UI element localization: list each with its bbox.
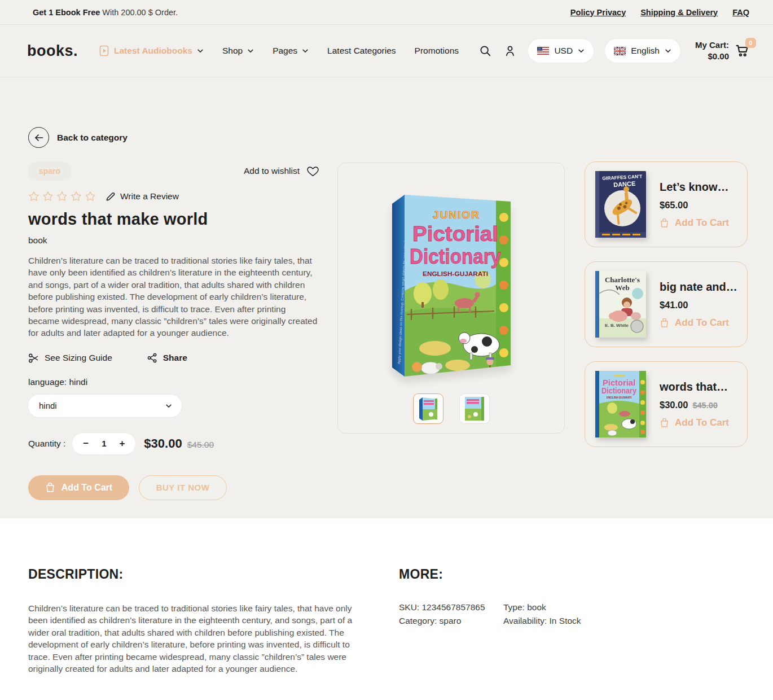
nav-label: Latest Audiobooks (114, 46, 192, 56)
thumbnail-1[interactable] (413, 393, 443, 424)
nav-latest-audiobooks[interactable]: Latest Audiobooks (99, 45, 204, 56)
arrow-left-icon (28, 127, 49, 148)
product-title: words that make world (28, 210, 319, 229)
related-price: $65.00 (660, 200, 688, 211)
heart-icon (307, 166, 319, 177)
logo[interactable]: books. (27, 42, 78, 60)
link-policy-privacy[interactable]: Policy Privacy (570, 8, 626, 17)
sizing-guide-button[interactable]: See Sizing Guide (28, 353, 112, 364)
account-icon[interactable] (503, 44, 517, 58)
topbar: Get 1 Ebook Free With 200.00 $ Order. Po… (0, 0, 773, 25)
star-icon (71, 191, 82, 202)
nav-shop[interactable]: Shop (222, 46, 254, 56)
related-add-to-cart-button[interactable]: Add To Cart (660, 217, 729, 229)
availability-value: Availability: In Stock (503, 616, 581, 626)
review-label: Write a Review (120, 191, 179, 202)
cover-title-2: Dictionary (410, 245, 501, 268)
related-title: words that… (660, 380, 729, 393)
header-actions: USD English My Cart: $0.00 (478, 39, 752, 63)
bag-icon (660, 418, 669, 428)
related-add-to-cart-button[interactable]: Add To Cart (660, 317, 737, 329)
language-select[interactable]: English (605, 39, 680, 63)
related-card-3[interactable]: JUNIOR Pictorial Dictionary ENGLISH-GUJA… (585, 361, 748, 447)
chevron-down-icon (302, 49, 309, 53)
cover-subtitle: ENGLISH-GUJARATI (423, 270, 488, 277)
us-flag-icon (537, 47, 549, 55)
thumbnail-2[interactable] (459, 393, 490, 424)
link-shipping-delivery[interactable]: Shipping & Delivery (640, 8, 718, 17)
share-button[interactable]: Share (147, 353, 187, 363)
cover-text: Dictionary (601, 386, 636, 395)
pencil-icon (106, 192, 115, 202)
related-price: $30.00 (660, 400, 688, 410)
cart-amount: $0.00 (695, 51, 729, 62)
add-to-cart-label: Add To Cart (62, 483, 112, 493)
details-section: DESCRIPTION: Children’s literature can b… (0, 518, 773, 675)
cart-badge: 0 (745, 38, 756, 48)
product-main-image[interactable]: Apply your design ideas on this mockup. … (379, 178, 524, 384)
currency-select[interactable]: USD (528, 39, 594, 63)
quantity-plus-button[interactable]: + (119, 439, 125, 448)
sku-value: SKU: 1234567857865 (399, 602, 491, 613)
thumbnail-2-image (464, 396, 485, 421)
cover-text: E. B. White (605, 323, 629, 328)
cart-button[interactable]: My Cart: $0.00 0 (695, 40, 752, 63)
star-icon (28, 191, 39, 202)
related-card-2[interactable]: Charlotte's Web E. B. White big nate and… (585, 261, 748, 347)
product-type: book (28, 235, 319, 246)
link-faq[interactable]: FAQ (732, 8, 749, 17)
product-description: Children’s literature can be traced to t… (28, 255, 319, 339)
language-dropdown-value: hindi (39, 401, 57, 410)
audiobook-icon (99, 45, 109, 56)
gallery-thumbnails (413, 393, 490, 424)
chevron-down-icon (665, 49, 671, 53)
language-dropdown[interactable]: hindi (28, 395, 182, 417)
promo-bold: Get 1 Ebook Free (33, 8, 100, 17)
current-price: $30.00 (144, 436, 182, 451)
language-label: language: hindi (28, 377, 319, 387)
related-title: Let’s know… (660, 181, 729, 194)
thumbnail-1-image (418, 396, 439, 422)
cover-junior: JUNIOR (433, 209, 480, 221)
nav-label: Pages (273, 46, 297, 56)
related-cover-charlotte: Charlotte's Web E. B. White (595, 271, 646, 338)
chevron-down-icon (197, 49, 204, 53)
type-value: Type: book (503, 602, 581, 613)
description-heading: DESCRIPTION: (28, 567, 374, 582)
back-to-category-button[interactable]: Back to category (28, 127, 748, 148)
quantity-stepper: − 1 + (72, 433, 135, 454)
scissors-icon (28, 353, 39, 364)
chevron-down-icon (247, 49, 254, 53)
related-price: $41.00 (660, 300, 688, 310)
nav-pages[interactable]: Pages (273, 46, 309, 56)
cover-text: Charlotte's (605, 275, 640, 284)
uk-flag-icon (614, 47, 626, 55)
star-icon (42, 191, 54, 202)
bag-icon (45, 482, 55, 493)
search-icon[interactable] (478, 44, 492, 58)
more-info: SKU: 1234567857865 Type: book Category: … (399, 602, 581, 626)
chevron-down-icon (165, 404, 172, 408)
buy-it-now-button[interactable]: BUY IT NOW (139, 475, 227, 500)
nav-latest-categories[interactable]: Latest Categories (327, 46, 396, 56)
category-value: Category: sparo (399, 616, 491, 626)
category-tag[interactable]: sparo (28, 161, 71, 181)
related-card-1[interactable]: GIRAFFES CAN'T DANCE Let’s know… $65.00 … (585, 161, 748, 247)
cover-title-1: Pictorial (412, 222, 498, 246)
cover-text: Web (615, 283, 629, 292)
related-add-to-cart-button[interactable]: Add To Cart (660, 417, 729, 428)
add-to-cart-button[interactable]: Add To Cart (28, 475, 129, 500)
more-heading: MORE: (399, 567, 581, 582)
language-value: English (631, 46, 660, 56)
quantity-minus-button[interactable]: − (83, 439, 89, 448)
star-icon (56, 191, 68, 202)
chevron-down-icon (578, 49, 585, 53)
quantity-value: 1 (102, 439, 106, 448)
cart-label: My Cart: (695, 40, 729, 51)
nav-promotions[interactable]: Promotions (415, 46, 459, 56)
related-old-price: $45.00 (692, 401, 717, 410)
add-to-wishlist-button[interactable]: Add to wishlist (244, 166, 319, 177)
write-review-button[interactable]: Write a Review (106, 191, 179, 202)
share-label: Share (163, 353, 187, 363)
cover-text: ENGLISH-GUJARATI (607, 396, 631, 399)
